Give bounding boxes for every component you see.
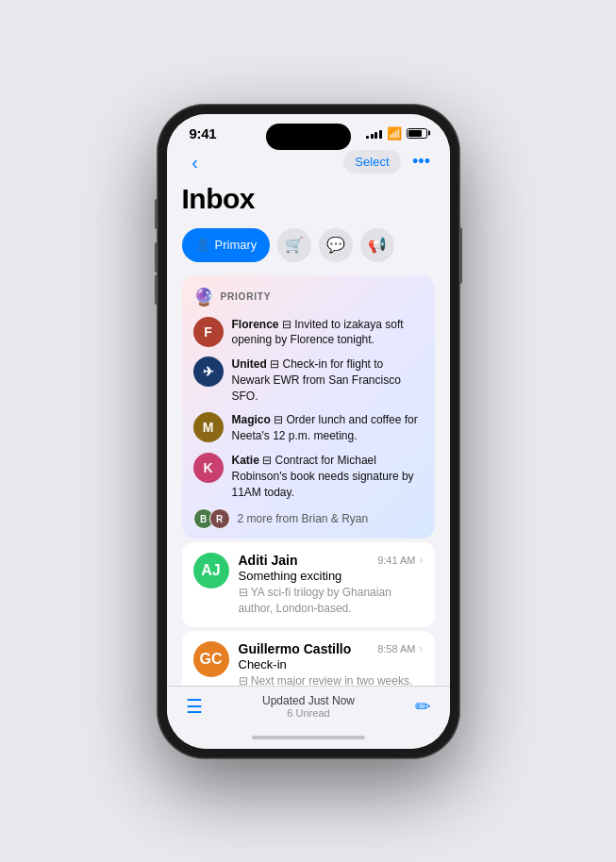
inbox-title: Inbox bbox=[182, 183, 435, 215]
signal-bars-icon bbox=[366, 128, 382, 139]
home-bar bbox=[252, 736, 365, 739]
siri-aditi-icon: ⊟ bbox=[239, 586, 251, 599]
select-button[interactable]: Select bbox=[343, 150, 400, 174]
tab-row: 👤 Primary 🛒 💬 📢 bbox=[182, 228, 435, 262]
siri-katie-icon: ⊟ bbox=[262, 454, 275, 467]
avatar-guillermo: GC bbox=[193, 641, 229, 677]
priority-text-katie: Katie ⊟ Contract for Michael Robinson's … bbox=[232, 453, 424, 500]
mail-item-aditi[interactable]: AJ Aditi Jain 9:41 AM › Something exciti… bbox=[182, 542, 435, 627]
status-icons: 📶 bbox=[366, 126, 427, 141]
wifi-icon: 📶 bbox=[387, 126, 402, 141]
priority-text-magico: Magico ⊟ Order lunch and coffee for Neet… bbox=[232, 412, 424, 444]
sender-united: United bbox=[232, 357, 267, 371]
sender-katie: Katie bbox=[232, 454, 259, 467]
mail-time-guillermo: 8:58 AM bbox=[377, 643, 415, 655]
mail-body-guillermo: Guillermo Castillo 8:58 AM › Check-in ⊟ … bbox=[239, 641, 424, 685]
status-time: 9:41 bbox=[190, 125, 217, 141]
back-chevron-icon: ‹ bbox=[191, 153, 198, 172]
sender-magico: Magico bbox=[232, 413, 271, 426]
mail-time-row-guillermo: 8:58 AM › bbox=[377, 642, 423, 655]
signal-bar-4 bbox=[379, 130, 382, 139]
aditi-preview-text: YA sci-fi trilogy by Ghanaian author, Lo… bbox=[239, 586, 391, 615]
signal-bar-1 bbox=[366, 136, 369, 139]
mail-time-aditi: 9:41 AM bbox=[377, 555, 415, 566]
more-text: 2 more from Brian & Ryan bbox=[238, 512, 369, 525]
unread-text: 6 Unread bbox=[262, 707, 355, 719]
priority-text-florence: Florence ⊟ Invited to izakaya soft openi… bbox=[232, 317, 424, 349]
bottom-center: Updated Just Now 6 Unread bbox=[262, 694, 355, 719]
priority-item-united[interactable]: ✈ United ⊟ Check-in for flight to Newark… bbox=[193, 356, 424, 404]
battery-fill bbox=[408, 130, 422, 137]
sender-guillermo: Guillermo Castillo bbox=[239, 641, 352, 656]
mail-header-aditi: Aditi Jain 9:41 AM › bbox=[239, 553, 424, 568]
shopping-icon: 🛒 bbox=[285, 236, 304, 254]
signal-bar-3 bbox=[375, 132, 377, 139]
home-indicator bbox=[167, 730, 450, 749]
battery-icon bbox=[407, 128, 427, 139]
dynamic-island bbox=[266, 124, 351, 150]
compose-icon[interactable]: ✏ bbox=[415, 695, 431, 718]
avatar-katie: K bbox=[193, 453, 224, 483]
chevron-right-icon-aditi: › bbox=[420, 554, 424, 567]
avatar-magico: M bbox=[193, 412, 224, 442]
chat-icon: 💬 bbox=[326, 236, 345, 254]
tab-shopping[interactable]: 🛒 bbox=[277, 228, 311, 262]
mail-body-aditi: Aditi Jain 9:41 AM › Something exciting … bbox=[239, 553, 424, 617]
back-button[interactable]: ‹ bbox=[182, 149, 208, 175]
siri-suggestion-icon: ⊟ bbox=[282, 318, 294, 331]
siri-guillermo-icon: ⊟ bbox=[239, 674, 251, 685]
subject-aditi: Something exciting bbox=[239, 569, 424, 583]
siri-magico-icon: ⊟ bbox=[274, 413, 286, 426]
avatar-united: ✈ bbox=[193, 356, 224, 387]
priority-header: 🔮 PRIORITY bbox=[193, 287, 424, 307]
tab-promotions[interactable]: 💬 bbox=[319, 228, 353, 262]
ellipsis-icon: ••• bbox=[412, 152, 430, 172]
priority-text-united: United ⊟ Check-in for flight to Newark E… bbox=[232, 356, 424, 404]
sender-aditi: Aditi Jain bbox=[239, 553, 298, 568]
mail-item-guillermo[interactable]: GC Guillermo Castillo 8:58 AM › Check-in… bbox=[182, 631, 435, 685]
updated-text: Updated Just Now bbox=[262, 694, 355, 707]
mail-time-row-aditi: 9:41 AM › bbox=[377, 554, 423, 567]
subject-guillermo: Check-in bbox=[239, 657, 424, 671]
mail-header-guillermo: Guillermo Castillo 8:58 AM › bbox=[239, 641, 424, 656]
priority-emoji: 🔮 bbox=[193, 287, 214, 307]
primary-tab-label: Primary bbox=[215, 238, 258, 252]
phone-frame: 9:41 📶 ‹ Select bbox=[158, 105, 459, 758]
tab-announcements[interactable]: 📢 bbox=[360, 228, 394, 262]
more-row[interactable]: B R 2 more from Brian & Ryan bbox=[193, 508, 424, 529]
phone-screen: 9:41 📶 ‹ Select bbox=[167, 114, 450, 749]
priority-item-magico[interactable]: M Magico ⊟ Order lunch and coffee for Ne… bbox=[193, 412, 424, 444]
tab-primary[interactable]: 👤 Primary bbox=[182, 228, 271, 262]
priority-card: 🔮 PRIORITY F Florence ⊟ Invited to izaka… bbox=[182, 275, 435, 539]
katie-preview: Contract for Michael Robinson's book nee… bbox=[232, 454, 414, 499]
priority-item-florence[interactable]: F Florence ⊟ Invited to izakaya soft ope… bbox=[193, 317, 424, 349]
signal-bar-2 bbox=[371, 134, 374, 139]
nav-right: Select ••• bbox=[343, 149, 434, 175]
preview-aditi: ⊟ YA sci-fi trilogy by Ghanaian author, … bbox=[239, 585, 424, 617]
more-avatar-ryan: R bbox=[209, 508, 230, 529]
mail-content[interactable]: Inbox 👤 Primary 🛒 💬 📢 bbox=[167, 183, 450, 686]
priority-item-katie[interactable]: K Katie ⊟ Contract for Michael Robinson'… bbox=[193, 453, 424, 500]
megaphone-icon: 📢 bbox=[368, 236, 387, 254]
mailboxes-icon[interactable]: ☰ bbox=[186, 695, 203, 718]
priority-label: PRIORITY bbox=[221, 291, 272, 302]
preview-guillermo: ⊟ Next major review in two weeks. Schedu… bbox=[239, 673, 424, 685]
siri-united-icon: ⊟ bbox=[270, 357, 282, 371]
guillermo-preview-text: Next major review in two weeks. Schedule… bbox=[239, 674, 419, 685]
avatar-aditi: AJ bbox=[193, 553, 229, 588]
bottom-bar: ☰ Updated Just Now 6 Unread ✏ bbox=[167, 686, 450, 730]
more-button[interactable]: ••• bbox=[408, 149, 435, 175]
person-icon: 👤 bbox=[195, 238, 210, 252]
status-bar: 9:41 📶 bbox=[167, 114, 450, 145]
top-nav: ‹ Select ••• bbox=[167, 145, 450, 183]
avatar-florence: F bbox=[193, 317, 224, 347]
sender-florence: Florence bbox=[232, 318, 279, 331]
more-avatars: B R bbox=[193, 508, 230, 529]
chevron-right-icon-guillermo: › bbox=[420, 642, 424, 655]
